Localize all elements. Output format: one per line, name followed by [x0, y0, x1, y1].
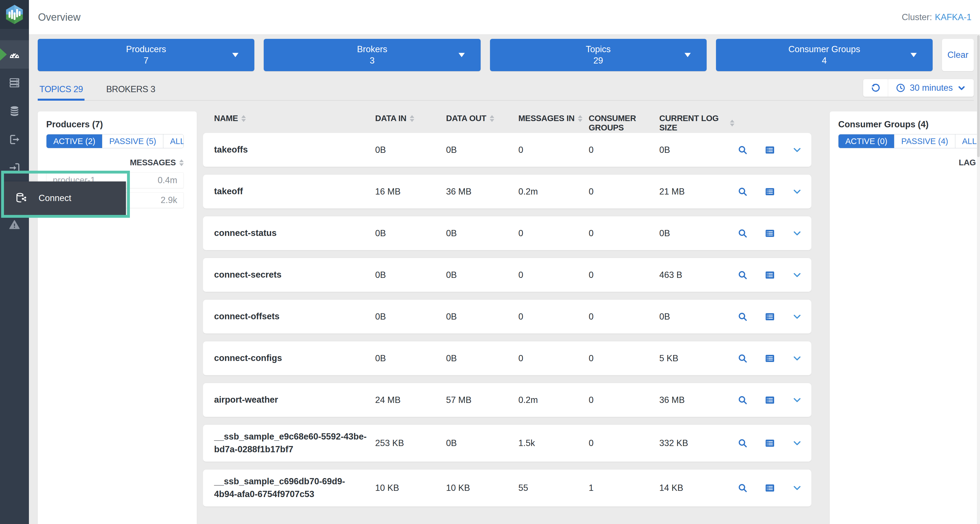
sidebar-item-overview[interactable] [0, 40, 29, 68]
search-icon[interactable] [737, 228, 748, 239]
cluster-link[interactable]: KAFKA-1 [935, 12, 972, 22]
clear-button[interactable]: Clear [942, 39, 974, 71]
chevron-down-icon[interactable] [791, 186, 803, 197]
chevron-down-icon[interactable] [791, 438, 803, 449]
topic-consumer-groups: 0 [589, 186, 659, 197]
topic-profile-icon[interactable] [764, 438, 776, 449]
search-icon[interactable] [737, 353, 748, 364]
column-label: CONSUMER GROUPS [589, 114, 659, 132]
sidebar-item-consumers[interactable] [0, 154, 29, 182]
topic-log-size: 332 KB [659, 438, 735, 448]
chevron-down-icon[interactable] [791, 269, 803, 281]
topic-row[interactable]: takeoff 16 MB 36 MB 0.2m 0 21 MB [203, 175, 811, 209]
sidebar [0, 0, 29, 524]
topic-log-size: 21 MB [659, 186, 735, 197]
messages-column-header[interactable]: MESSAGES [46, 158, 184, 167]
producers-icon [8, 133, 21, 146]
cluster-label: Cluster: [902, 12, 932, 22]
topics-table-header: NAME DATA IN DATA OUT MESSAGES IN CONSUM… [203, 111, 811, 133]
main-content: Producers 7 Brokers 3 Topics 29 [29, 35, 980, 524]
column-header-data-out[interactable]: DATA OUT [446, 114, 519, 123]
producers-state-filter: ACTIVE (2) PASSIVE (5) ALL [46, 134, 184, 148]
consumer-groups-filter-all[interactable]: ALL [955, 134, 980, 148]
topic-data-in: 24 MB [375, 395, 446, 405]
sidebar-item-brokers[interactable] [0, 68, 29, 97]
topic-data-in: 16 MB [375, 186, 446, 197]
producers-panel-title: Producers (7) [46, 119, 184, 130]
scrollbar-thumb[interactable] [977, 35, 980, 157]
chevron-down-icon[interactable] [791, 228, 803, 239]
entity-filter-button[interactable]: Consumer Groups 4 [716, 39, 933, 71]
topic-name: connect-secrets [214, 269, 375, 281]
topic-row[interactable]: connect-secrets 0B 0B 0 0 463 B [203, 258, 811, 292]
topic-data-in: 0B [375, 270, 446, 280]
consumer-groups-filter-passive[interactable]: PASSIVE (4) [894, 134, 955, 148]
column-header-data-in[interactable]: DATA IN [375, 114, 446, 123]
topic-profile-icon[interactable] [764, 228, 776, 239]
chevron-down-icon[interactable] [791, 394, 803, 406]
messages-column-label: MESSAGES [130, 158, 176, 167]
topic-profile-icon[interactable] [764, 186, 776, 197]
entity-filter-button[interactable]: Producers 7 [38, 39, 255, 71]
producers-filter-all[interactable]: ALL [163, 134, 184, 148]
column-header-messages-in[interactable]: MESSAGES IN [519, 114, 589, 123]
search-icon[interactable] [737, 394, 748, 406]
topic-row[interactable]: connect-offsets 0B 0B 0 0 0B [203, 300, 811, 333]
lag-column-label: LAG [959, 158, 976, 167]
connect-flyout-label: Connect [38, 193, 71, 203]
search-icon[interactable] [737, 482, 748, 494]
connect-flyout[interactable]: Connect [4, 182, 126, 215]
search-icon[interactable] [737, 438, 748, 449]
tab-brokers[interactable]: BROKERS 3 [104, 84, 157, 100]
topic-log-size: 36 MB [659, 395, 735, 405]
topic-row-actions [735, 269, 803, 281]
chevron-down-icon[interactable] [791, 353, 803, 364]
topic-row[interactable]: connect-configs 0B 0B 0 0 5 KB [203, 341, 811, 375]
topic-row[interactable]: takeoffs 0B 0B 0 0 0B [203, 133, 811, 167]
topic-row[interactable]: airport-weather 24 MB 57 MB 0.2m 0 36 MB [203, 383, 811, 417]
refresh-button[interactable] [863, 79, 888, 97]
topic-row[interactable]: connect-status 0B 0B 0 0 0B [203, 217, 811, 250]
topic-data-in: 0B [375, 145, 446, 155]
topic-consumer-groups: 0 [589, 228, 659, 239]
topic-profile-icon[interactable] [764, 144, 776, 156]
sort-arrows-icon [179, 159, 184, 166]
chevron-down-icon[interactable] [791, 482, 803, 494]
lag-column-header[interactable]: LAG [838, 158, 980, 167]
chevron-down-icon[interactable] [791, 144, 803, 156]
search-icon[interactable] [737, 186, 748, 197]
topic-profile-icon[interactable] [764, 311, 776, 322]
search-icon[interactable] [737, 144, 748, 156]
producer-messages: 0.4m [158, 175, 177, 185]
search-icon[interactable] [737, 311, 748, 322]
topic-log-size: 14 KB [659, 483, 735, 493]
sidebar-item-producers[interactable] [0, 125, 29, 154]
column-label: NAME [214, 114, 238, 123]
topic-row[interactable]: __ssb_sample_c696db70-69d9-4b94-afa0-675… [203, 470, 811, 506]
entity-filter-button[interactable]: Topics 29 [490, 39, 706, 71]
app-logo[interactable] [0, 0, 29, 29]
topic-profile-icon[interactable] [764, 269, 776, 281]
consumer-groups-filter-active[interactable]: ACTIVE (0) [838, 134, 894, 148]
column-header-name[interactable]: NAME [214, 114, 375, 123]
consumer-groups-panel: Consumer Groups (4) ACTIVE (0) PASSIVE (… [830, 111, 980, 524]
producers-filter-passive[interactable]: PASSIVE (5) [102, 134, 163, 148]
topic-row-actions [735, 228, 803, 239]
dashboard-icon [8, 48, 21, 61]
scrollbar[interactable] [977, 35, 980, 524]
topic-consumer-groups: 0 [589, 438, 659, 448]
chevron-down-icon[interactable] [791, 311, 803, 322]
search-icon[interactable] [737, 269, 748, 281]
tab-topics[interactable]: TOPICS 29 [38, 84, 84, 100]
sidebar-item-topics[interactable] [0, 97, 29, 125]
topic-profile-icon[interactable] [764, 394, 776, 406]
topic-messages-in: 0 [519, 270, 589, 280]
topic-data-out: 0B [446, 145, 519, 155]
producers-filter-active[interactable]: ACTIVE (2) [46, 134, 102, 148]
consumer-groups-panel-title: Consumer Groups (4) [838, 119, 980, 130]
time-range-selector[interactable]: 30 minutes [888, 79, 974, 97]
topic-profile-icon[interactable] [764, 353, 776, 364]
topic-row[interactable]: __ssb_sample_e9c68e60-5592-43be-bd7a-028… [203, 425, 811, 462]
entity-filter-button[interactable]: Brokers 3 [264, 39, 480, 71]
topic-profile-icon[interactable] [764, 482, 776, 494]
